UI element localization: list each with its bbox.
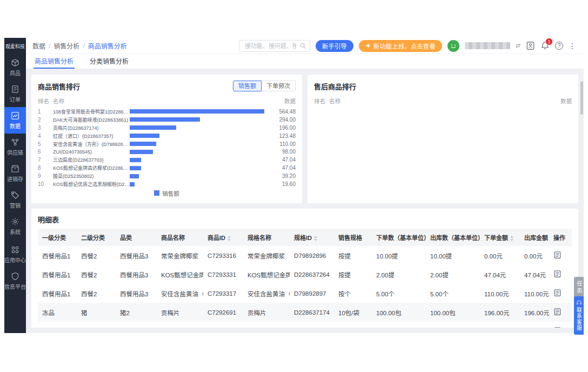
breadcrumb-root[interactable]: 数据 [32, 41, 45, 50]
sidebar-item-label: 商品 [10, 69, 21, 77]
sidebar-item-label: 订单 [10, 95, 21, 103]
sidebar-item-products[interactable]: 商品 [4, 54, 26, 81]
customer-service-label: 联系客服 [575, 307, 583, 331]
sort-icon[interactable] [228, 236, 231, 241]
cube-icon [11, 58, 19, 67]
switch-account-icon[interactable]: ⇄ [516, 42, 520, 49]
bar-track [130, 117, 264, 122]
sidebar-item-system[interactable]: 系统 [4, 213, 26, 240]
table-cell: 鸭 [116, 322, 157, 328]
operation-cell [549, 303, 572, 322]
rank: 6 [38, 149, 53, 155]
brand-logo: 观麦科技 [4, 38, 26, 54]
table-cell: C7293011 [203, 322, 243, 328]
table-cell: 5.00个 [372, 284, 426, 303]
horn-icon [365, 43, 371, 49]
sales-bar [130, 182, 135, 187]
table-cell: 24.00包 [426, 322, 480, 328]
product-name: 酸菜(D252350802) [53, 172, 130, 180]
chart-column-headers: 排名 名称 数据 [38, 97, 296, 108]
sidebar: 观麦科技 商品订单数据供应链进销存营销系统 应用中心信息平台 [4, 38, 26, 333]
task-float-button[interactable]: 任务 [574, 277, 584, 298]
sidebar-item-marketing[interactable]: 营销 [4, 187, 26, 213]
sidebar-item-label: 营销 [10, 201, 21, 209]
column-header[interactable]: 下单金额 [480, 229, 520, 246]
bar-track [130, 125, 264, 130]
tab-category-sales-analysis[interactable]: 分类销售分析 [89, 54, 130, 69]
table-cell: C7292691 [203, 303, 243, 322]
search-icon[interactable] [299, 42, 306, 49]
column-header[interactable]: 出库数（基本单位） [426, 229, 480, 246]
sort-icon[interactable] [314, 236, 317, 241]
order-icon [11, 85, 19, 94]
customer-service-float-button[interactable]: 联系客服 [574, 296, 584, 335]
notification-bell-icon[interactable]: 1 [540, 41, 550, 50]
column-header[interactable]: 出库金额 [520, 229, 549, 246]
chart-row: 4红提（进口）(D228637357)123.48 [38, 132, 296, 140]
chart-row: 10KOS甄想记优质之选黑胡椒粉(D228634296)19.60 [38, 180, 296, 188]
chart-row: 5安佳含盐黄油（方形）(D79892897)110.00 [38, 140, 296, 148]
chart-column-headers: 排名 名称 数据 [314, 97, 572, 108]
breadcrumb-separator: / [49, 42, 50, 50]
rank-column-header: 排名 [314, 97, 329, 105]
scrollbar-thumb[interactable] [580, 81, 583, 115]
view-report-icon[interactable] [553, 270, 562, 278]
table-cell: 西餐2 [77, 265, 116, 284]
newbie-guide-button[interactable]: 新手引导 [316, 40, 353, 52]
table-cell: 猪 [77, 303, 116, 322]
view-report-icon[interactable] [553, 289, 562, 297]
column-header: 品类 [116, 229, 157, 246]
search-input[interactable] [244, 42, 297, 50]
global-search[interactable] [239, 40, 310, 52]
detail-table: 一级分类二级分类品类商品名称商品ID规格名称规格ID销售规格下单数（基本单位）出… [38, 229, 572, 328]
toggle-sales-amount[interactable]: 销售额 [233, 81, 262, 91]
toggle-order-frequency[interactable]: 下单频次 [262, 81, 296, 91]
sidebar-item-app-center[interactable]: 应用中心 [4, 241, 26, 268]
sidebar-item-inventory[interactable]: 进销存 [4, 160, 26, 187]
sidebar-item-info-platform[interactable]: 信息平台 [4, 268, 26, 294]
sidebar-bottom-nav: 应用中心信息平台 [4, 241, 26, 333]
table-cell: 10.00提 [372, 246, 426, 265]
view-report-icon[interactable] [553, 327, 562, 328]
more-menu-icon[interactable]: ⋮ [569, 42, 576, 50]
table-cell: C7293317 [203, 284, 243, 303]
contacts-icon[interactable] [526, 41, 535, 50]
chart-row: 7三边腐皮(D228637703)47.04 [38, 156, 296, 164]
gear-icon [11, 217, 19, 226]
sales-bar [130, 125, 176, 130]
new-feature-button[interactable]: 新功能上线，点击查看 [359, 40, 442, 52]
column-header[interactable]: 规格ID [290, 229, 334, 246]
column-header[interactable]: 商品ID [203, 229, 243, 246]
sort-icon[interactable] [510, 236, 513, 241]
table-cell: 110.00元 [480, 284, 520, 303]
sidebar-item-orders[interactable]: 订单 [4, 81, 26, 107]
column-header[interactable]: 下单数（基本单位） [372, 229, 426, 246]
column-header: 商品名称 [157, 229, 203, 246]
table-cell: 24.00包 [372, 322, 426, 328]
sales-value: 110.00 [270, 141, 296, 147]
account-name-blurred[interactable] [465, 42, 510, 49]
chart-row: 1108食堂常用筋去骨鸭掌1(D228637144)564.48 [38, 108, 296, 116]
sidebar-item-supply-chain[interactable]: 供应链 [4, 134, 26, 160]
table-cell: 按个 [334, 284, 372, 303]
table-cell: 鸭 [77, 322, 116, 328]
tab-product-sales-analysis[interactable]: 商品销售分析 [34, 54, 75, 69]
grid-icon [11, 245, 19, 254]
table-row: 西餐用品1西餐2西餐用品3KOS甄想记金牌高达椰浆C7293331KOS甄想记金… [38, 265, 572, 284]
view-report-icon[interactable] [553, 308, 562, 316]
main-area: 数据 / 销售分析 / 商品销售分析 新手引导 [26, 38, 584, 333]
sales-value: 47.04 [270, 157, 296, 163]
sidebar-item-data[interactable]: 数据 [4, 107, 26, 134]
view-report-icon[interactable] [553, 251, 562, 259]
avatar[interactable] [447, 40, 459, 52]
sidebar-item-label: 应用中心 [4, 256, 26, 264]
after-sales-ranking-card: 售后商品排行 排名 名称 数据 [308, 75, 578, 203]
sales-value: 47.04 [270, 165, 296, 171]
breadcrumb-section[interactable]: 销售分析 [54, 41, 79, 50]
product-name: ZUI(D240736545) [53, 149, 130, 155]
operation-cell [549, 265, 572, 284]
bar-track [130, 109, 264, 114]
help-icon[interactable]: ? [555, 42, 563, 50]
table-cell: 西餐用品3 [116, 265, 157, 284]
table-cell: D228637144 [290, 322, 334, 328]
